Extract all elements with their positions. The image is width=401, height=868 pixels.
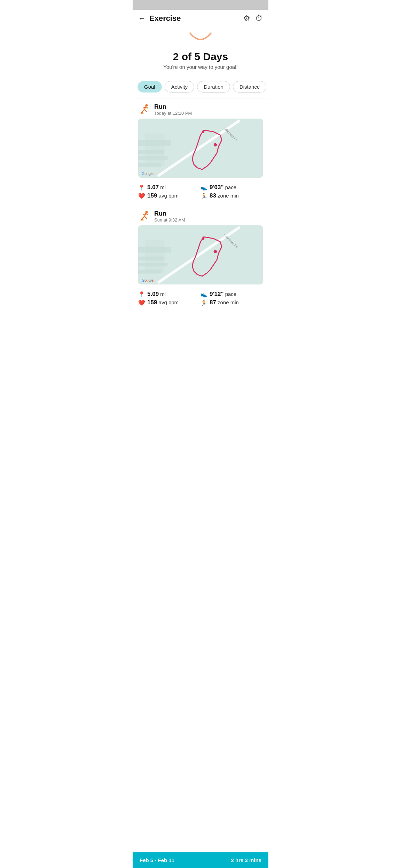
stat-zone-1: 🏃 83 zone min [200,192,263,199]
run-icon-2 [138,210,151,223]
activity-header-2: Run Sun at 9:32 AM [138,210,263,223]
goal-subtitle-text: You're on your way to your goal! [140,64,261,70]
activity-card-1: Run Today at 12:10 PM Lakeshore Rd Googl [133,98,268,205]
google-logo-2: Google [142,278,154,282]
stats-grid-1: 📍 5.07 mi 👟 9'03" pace ❤️ 159 avg bpm 🏃 … [138,180,263,205]
goal-arc-svg [187,31,214,46]
activity-name-1: Run [154,103,192,111]
svg-point-19 [214,250,217,253]
stat-bpm-1: ❤️ 159 avg bpm [138,192,200,199]
shoe-icon-2: 👟 [200,291,207,298]
page-title: Exercise [149,14,243,23]
stats-grid-2: 📍 5.09 mi 👟 9'12" pace ❤️ 159 avg bpm 🏃 … [138,287,263,312]
svg-point-0 [146,104,148,107]
svg-point-8 [214,143,217,146]
activity-info-1: Run Today at 12:10 PM [154,103,192,116]
bpm-value-2: 159 [147,299,157,306]
zone-value-2: 87 [210,299,216,306]
bpm-value-1: 159 [147,192,157,199]
location-icon-2: 📍 [138,291,145,298]
activity-time-2: Sun at 9:32 AM [154,217,185,223]
svg-point-20 [202,237,205,240]
header-icons: ⚙ ⏱ [243,14,263,23]
stat-pace-1: 👟 9'03" pace [200,184,263,191]
pace-value-2: 9'12" [210,291,223,297]
google-logo-1: Google [142,171,154,176]
zone-icon-1: 🏃 [200,193,207,199]
stat-pace-2: 👟 9'12" pace [200,291,263,298]
settings-icon[interactable]: ⚙ [243,14,250,23]
svg-rect-17 [145,240,165,273]
stat-distance-1: 📍 5.07 mi [138,184,200,191]
tab-activity[interactable]: Activity [165,81,195,93]
run-icon-1 [138,103,151,116]
svg-point-11 [146,211,148,214]
svg-point-9 [202,130,205,133]
heart-icon-1: ❤️ [138,193,145,199]
map-2[interactable]: Lakeshore Rd Google [138,225,263,284]
location-icon-1: 📍 [138,184,145,191]
stat-distance-2: 📍 5.09 mi [138,291,200,298]
stat-bpm-2: ❤️ 159 avg bpm [138,299,200,306]
tab-duration[interactable]: Duration [197,81,230,93]
map-svg-1: Lakeshore Rd [138,119,263,178]
zone-icon-2: 🏃 [200,299,207,306]
goal-summary: 2 of 5 Days You're on your way to your g… [133,27,268,78]
filter-tabs-container: Goal Activity Duration Distance Z [133,78,268,98]
pace-value-1: 9'03" [210,184,223,191]
goal-days-text: 2 of 5 Days [140,51,261,63]
activity-info-2: Run Sun at 9:32 AM [154,210,185,223]
activity-name-2: Run [154,210,185,217]
tab-distance[interactable]: Distance [233,81,266,93]
map-1[interactable]: Lakeshore Rd Google [138,119,263,178]
back-button[interactable]: ← [138,14,146,23]
activity-time-1: Today at 12:10 PM [154,111,192,116]
timer-icon[interactable]: ⏱ [255,14,263,23]
zone-value-1: 83 [210,192,216,199]
tab-goal[interactable]: Goal [137,81,162,93]
distance-value-2: 5.09 [147,291,159,297]
map-svg-2: Lakeshore Rd [138,225,263,284]
status-bar [133,0,268,10]
stat-zone-2: 🏃 87 zone min [200,299,263,306]
distance-value-1: 5.07 [147,184,159,191]
shoe-icon-1: 👟 [200,184,207,191]
header: ← Exercise ⚙ ⏱ [133,10,268,27]
activity-header-1: Run Today at 12:10 PM [138,103,263,116]
activity-card-2: Run Sun at 9:32 AM Lakeshore Rd Google 📍… [133,205,268,312]
svg-rect-6 [145,134,165,166]
heart-icon-2: ❤️ [138,299,145,306]
